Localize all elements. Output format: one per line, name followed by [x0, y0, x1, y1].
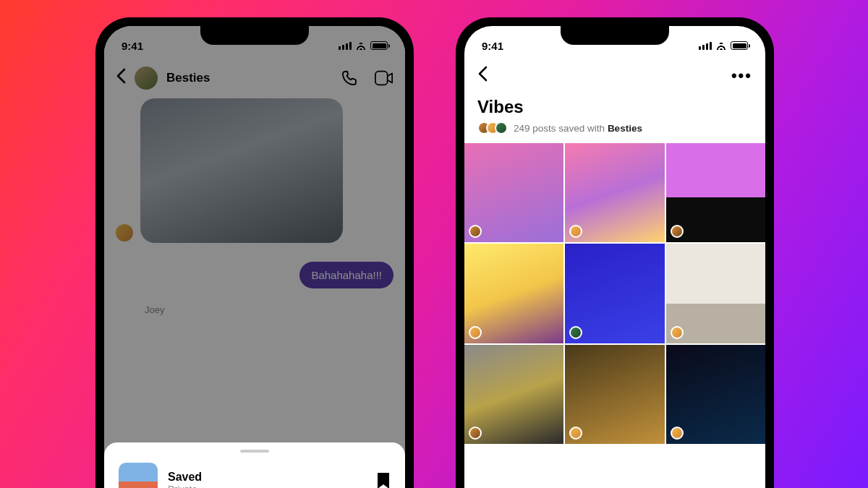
contributor-badge-icon: [671, 427, 684, 440]
grid-item[interactable]: [565, 143, 664, 242]
grid-item[interactable]: [464, 345, 563, 444]
contributor-badge-icon: [469, 427, 482, 440]
back-button[interactable]: [477, 66, 488, 86]
phone-frame-left: 9:41 Besties: [95, 17, 414, 488]
grid-item[interactable]: [464, 143, 563, 242]
contributor-badge-icon: [469, 225, 482, 238]
sheet-grabber[interactable]: [240, 450, 269, 453]
save-bottom-sheet: Saved Private: [104, 442, 405, 488]
contributor-badge-icon: [569, 326, 582, 339]
contributor-badge-icon: [671, 326, 684, 339]
status-bar: 9:41: [464, 26, 765, 58]
more-options-button[interactable]: •••: [731, 67, 752, 85]
screen-left: 9:41 Besties: [104, 26, 405, 488]
grid-item[interactable]: [565, 345, 664, 444]
grid-item[interactable]: [666, 143, 765, 242]
saved-title: Saved: [168, 471, 202, 484]
status-icons: [699, 41, 748, 50]
contributor-badge-icon: [569, 427, 582, 440]
modal-dim-overlay[interactable]: [104, 26, 405, 488]
notch: [561, 26, 669, 45]
contributor-badge-icon: [469, 326, 482, 339]
battery-icon: [731, 41, 748, 50]
collection-meta: 249 posts saved with Besties: [514, 123, 642, 134]
cellular-icon: [699, 42, 712, 50]
saved-collection-row[interactable]: Saved Private: [119, 463, 391, 488]
contributor-badge-icon: [671, 225, 684, 238]
collection-header: •••: [464, 58, 765, 94]
status-time: 9:41: [482, 40, 503, 52]
grid-item[interactable]: [666, 345, 765, 444]
wifi-icon: [715, 41, 727, 50]
grid-item[interactable]: [565, 244, 664, 343]
contributor-badge-icon: [569, 225, 582, 238]
bookmark-icon[interactable]: [376, 472, 391, 488]
contributor-avatars[interactable]: [477, 121, 508, 134]
grid-item[interactable]: [464, 244, 563, 343]
screen-right: 9:41 ••• Vibes 249: [464, 26, 765, 488]
phone-frame-right: 9:41 ••• Vibes 249: [456, 17, 774, 488]
saved-subtitle: Private: [168, 484, 202, 489]
saved-grid: [464, 143, 765, 444]
grid-item[interactable]: [666, 244, 765, 343]
collection-subtitle: 249 posts saved with Besties: [464, 121, 765, 143]
collection-title: Vibes: [464, 94, 765, 121]
saved-thumbnail: [119, 463, 158, 488]
